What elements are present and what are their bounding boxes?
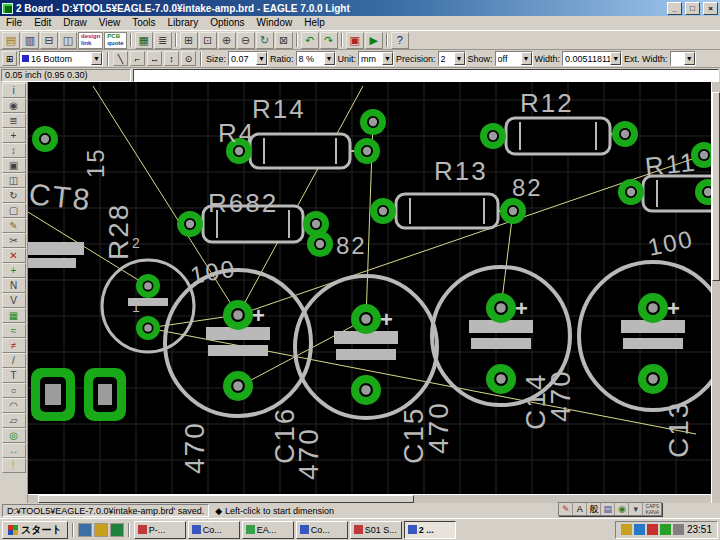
pad[interactable] <box>638 293 668 323</box>
menu-window[interactable]: Window <box>251 16 299 30</box>
show-tool[interactable]: ◉ <box>2 98 26 113</box>
print-button[interactable]: ⊟ <box>40 32 58 49</box>
add-tool[interactable]: + <box>2 263 26 278</box>
group-tool[interactable]: ▢ <box>2 203 26 218</box>
pad[interactable] <box>32 126 58 152</box>
chevron-down-icon[interactable]: ▼ <box>684 52 695 65</box>
close-button[interactable]: × <box>703 2 718 15</box>
dimension-radius-button[interactable]: ⊙ <box>181 51 196 66</box>
ext-width-select[interactable]: ▼ <box>670 51 696 66</box>
dimension-tool[interactable]: ↔ <box>2 443 26 458</box>
horizontal-scroll-thumb[interactable] <box>38 495 414 503</box>
task-button[interactable]: P-... <box>134 521 186 539</box>
ime-icon[interactable]: ▾ <box>629 503 643 515</box>
pad[interactable] <box>307 231 333 257</box>
ime-icon[interactable]: ◉ <box>615 503 629 515</box>
task-button[interactable]: 2 ... <box>404 521 456 539</box>
copy-tool[interactable]: ▣ <box>2 158 26 173</box>
tray-icon[interactable] <box>660 524 671 535</box>
tray-icon[interactable] <box>621 524 632 535</box>
board-canvas[interactable]: ++++R14R4R12R13R11R6828282100100CT8R2815… <box>28 82 711 494</box>
cam-processor-button[interactable]: ◫ <box>59 32 77 49</box>
chevron-down-icon[interactable]: ▼ <box>382 52 393 65</box>
delete-tool[interactable]: ✕ <box>2 248 26 263</box>
bend-style-1-button[interactable]: ╲ <box>113 51 128 66</box>
command-input[interactable] <box>133 69 719 82</box>
ime-icon[interactable]: ▤ <box>601 503 615 515</box>
pcb-quote-button[interactable]: PCBquote <box>104 32 126 49</box>
menu-file[interactable]: File <box>0 16 28 30</box>
layer-select[interactable]: 16 Bottom▼ <box>19 51 103 66</box>
move-tool[interactable]: ↕ <box>2 143 26 158</box>
menu-view[interactable]: View <box>93 16 127 30</box>
task-button[interactable]: Co... <box>296 521 348 539</box>
pad-square[interactable] <box>31 368 75 421</box>
chevron-down-icon[interactable]: ▼ <box>521 52 532 65</box>
quick-launch-icon[interactable] <box>94 523 108 537</box>
redo-button[interactable]: ↷ <box>320 32 338 49</box>
pad[interactable] <box>486 364 516 394</box>
zoom-fit-button[interactable]: ⊡ <box>199 32 217 49</box>
save-button[interactable]: ▥ <box>21 32 39 49</box>
show-select[interactable]: off▼ <box>495 51 533 66</box>
design-link-button[interactable]: designlink <box>78 32 103 49</box>
zoom-in-button[interactable]: ⊕ <box>218 32 236 49</box>
zoom-redraw-button[interactable]: ↻ <box>256 32 274 49</box>
go-button[interactable]: ▶ <box>365 32 383 49</box>
ime-mode-般[interactable]: 般 <box>587 503 601 515</box>
pad[interactable] <box>618 179 644 205</box>
minimize-button[interactable]: _ <box>667 2 682 15</box>
pad[interactable] <box>500 198 526 224</box>
width-select[interactable]: 0.00511811▼ <box>562 51 622 66</box>
ime-mode-A[interactable]: A <box>573 503 587 515</box>
rotate-tool[interactable]: ↻ <box>2 188 26 203</box>
board-schematic-button[interactable]: ▦ <box>135 32 153 49</box>
quick-launch-icon[interactable] <box>78 523 92 537</box>
vertical-scrollbar[interactable] <box>711 82 720 503</box>
precision-select[interactable]: 2▼ <box>438 51 466 66</box>
pad[interactable] <box>177 211 203 237</box>
menu-tools[interactable]: Tools <box>126 16 161 30</box>
help-button[interactable]: ? <box>391 32 409 49</box>
chevron-down-icon[interactable]: ▼ <box>256 52 267 65</box>
tray-icon[interactable] <box>647 524 658 535</box>
cut-tool[interactable]: ✂ <box>2 233 26 248</box>
route-tool[interactable]: ≈ <box>2 323 26 338</box>
tray-icon[interactable] <box>634 524 645 535</box>
mirror-tool[interactable]: ◫ <box>2 173 26 188</box>
zoom-select-button[interactable]: ⊠ <box>275 32 293 49</box>
vertical-scroll-thumb[interactable] <box>712 92 720 281</box>
chevron-down-icon[interactable]: ▼ <box>324 52 335 65</box>
errors-tool[interactable]: ! <box>2 458 26 473</box>
pad[interactable] <box>360 109 386 135</box>
pad[interactable] <box>370 198 396 224</box>
pad[interactable] <box>486 293 516 323</box>
size-select[interactable]: 0.07▼ <box>228 51 268 66</box>
maximize-button[interactable]: □ <box>685 2 700 15</box>
ratsnest-tool[interactable]: ▦ <box>2 308 26 323</box>
polygon-tool[interactable]: ▱ <box>2 413 26 428</box>
pad[interactable] <box>612 121 638 147</box>
sheet-list-button[interactable]: ≣ <box>154 32 172 49</box>
pad[interactable] <box>136 274 160 298</box>
stop-button[interactable]: ▣ <box>346 32 364 49</box>
chevron-down-icon[interactable]: ▼ <box>610 52 621 65</box>
pad[interactable] <box>351 304 381 334</box>
menu-draw[interactable]: Draw <box>57 16 92 30</box>
dimension-vertical-button[interactable]: ↕ <box>164 51 179 66</box>
pad-square[interactable] <box>84 368 126 421</box>
pad[interactable] <box>354 138 380 164</box>
zoom-out-button[interactable]: ⊖ <box>237 32 255 49</box>
pad[interactable] <box>480 123 506 149</box>
info-tool[interactable]: i <box>2 83 26 98</box>
task-button[interactable]: EA... <box>242 521 294 539</box>
menu-options[interactable]: Options <box>204 16 250 30</box>
grid-settings-button[interactable]: ⊞ <box>2 51 17 66</box>
ime-toolbar[interactable]: ✎A般▤◉▾CAPSKANA <box>558 502 662 516</box>
menu-edit[interactable]: Edit <box>28 16 57 30</box>
quick-launch-icon[interactable] <box>110 523 124 537</box>
ratio-select[interactable]: 8 %▼ <box>296 51 336 66</box>
pad[interactable] <box>351 375 381 405</box>
circle-tool[interactable]: ○ <box>2 383 26 398</box>
name-tool[interactable]: N <box>2 278 26 293</box>
